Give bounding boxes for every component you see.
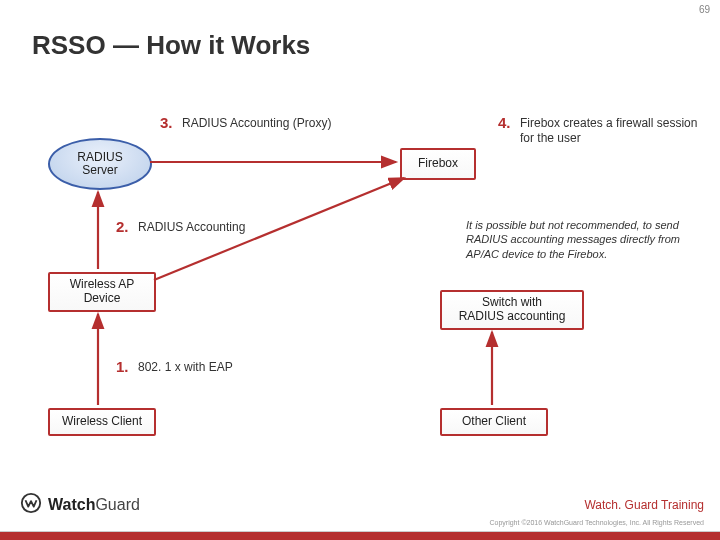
node-other-client: Other Client: [440, 408, 548, 436]
brand-logo: WatchGuard: [20, 492, 140, 518]
node-wireless-ap-label: Wireless AP Device: [70, 278, 135, 306]
node-switch: Switch with RADIUS accounting: [440, 290, 584, 330]
brand-text: WatchGuard: [48, 496, 140, 514]
step2-text: RADIUS Accounting: [138, 220, 338, 235]
step3-text: RADIUS Accounting (Proxy): [182, 116, 402, 131]
step3-number: 3.: [160, 114, 173, 131]
node-radius-server-label: RADIUS Server: [77, 151, 122, 177]
training-label: Watch. Guard Training: [584, 498, 704, 512]
node-switch-label: Switch with RADIUS accounting: [459, 296, 566, 324]
step4-number: 4.: [498, 114, 511, 131]
brand-text-bold: Watch: [48, 496, 95, 513]
page-number: 69: [699, 4, 710, 15]
node-firebox: Firebox: [400, 148, 476, 180]
copyright: Copyright ©2016 WatchGuard Technologies,…: [490, 519, 705, 526]
watchguard-icon: [20, 492, 42, 518]
node-firebox-label: Firebox: [418, 157, 458, 171]
node-radius-server: RADIUS Server: [48, 138, 152, 190]
brand-text-light: Guard: [95, 496, 139, 513]
node-wireless-client-label: Wireless Client: [62, 415, 142, 429]
node-wireless-ap: Wireless AP Device: [48, 272, 156, 312]
step2-number: 2.: [116, 218, 129, 235]
step1-text: 802. 1 x with EAP: [138, 360, 338, 375]
step4-text: Firebox creates a firewall session for t…: [520, 116, 700, 146]
node-wireless-client: Wireless Client: [48, 408, 156, 436]
note-text: It is possible but not recommended, to s…: [466, 218, 686, 261]
arrows-layer: [0, 0, 720, 540]
step1-number: 1.: [116, 358, 129, 375]
node-other-client-label: Other Client: [462, 415, 526, 429]
footer-accent-bar: [0, 532, 720, 540]
slide-title: RSSO — How it Works: [32, 30, 310, 61]
